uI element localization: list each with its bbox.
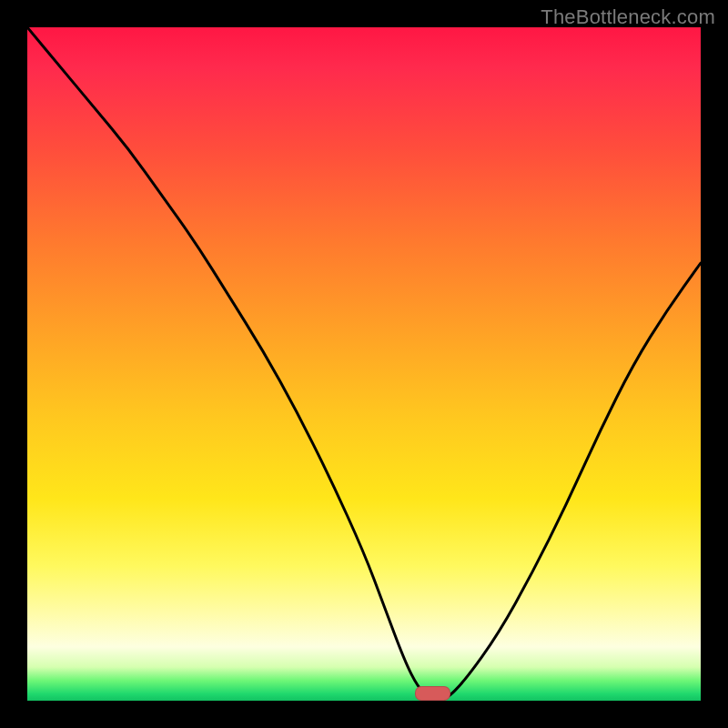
plot-area xyxy=(27,27,701,701)
chart-frame: TheBottleneck.com xyxy=(0,0,728,728)
curve-overlay xyxy=(27,27,701,701)
optimal-range-marker xyxy=(415,686,450,701)
bottleneck-curve xyxy=(27,27,701,701)
watermark-text: TheBottleneck.com xyxy=(541,5,715,29)
